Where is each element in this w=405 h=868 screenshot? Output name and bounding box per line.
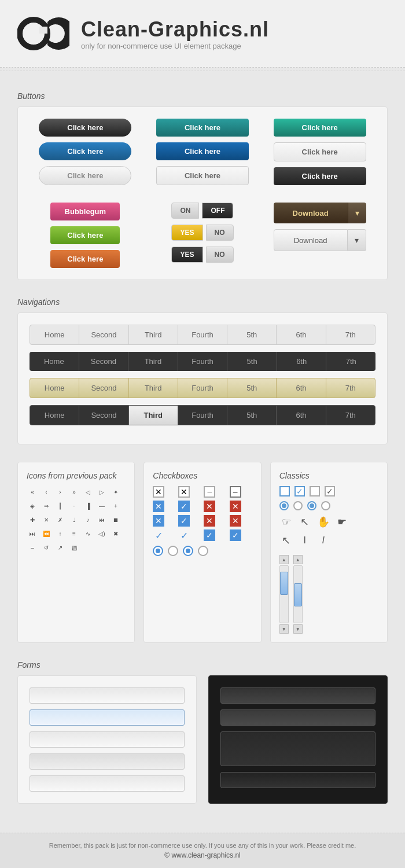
arrow-right-icon[interactable]: › <box>54 486 66 498</box>
click-here-blue-button[interactable]: Click here <box>39 142 131 160</box>
no-toggle-button-1[interactable]: NO <box>206 225 234 241</box>
arrow-tri-icon[interactable]: ⇒ <box>41 500 52 512</box>
on-toggle-button[interactable]: ON <box>171 203 199 219</box>
click-here-black-button[interactable]: Click here <box>39 119 131 137</box>
classic-cb-4[interactable]: ✓ <box>325 486 335 496</box>
radio-blue-checked[interactable] <box>153 546 163 556</box>
classic-cb-3[interactable] <box>310 486 320 496</box>
nav-cream-5th[interactable]: 5th <box>227 378 277 398</box>
arrow-diamond-icon[interactable]: ◈ <box>27 500 38 512</box>
click-here-outline-button[interactable]: Click here <box>39 166 131 185</box>
line-icon[interactable]: — <box>96 500 108 512</box>
arrow-left2-icon[interactable]: ◁ <box>82 486 94 498</box>
checkbox-x-blue-2[interactable]: ✕ <box>153 515 164 527</box>
arrow-double-right-icon[interactable]: » <box>68 486 80 498</box>
checkbox-check-blue-3[interactable]: ✓ <box>204 529 215 541</box>
stop-icon[interactable]: ⏹ <box>110 514 122 525</box>
nav-dark-second[interactable]: Second <box>79 352 129 371</box>
form-dark-input-1[interactable] <box>220 687 375 704</box>
checkbox-x-red-1[interactable]: ✕ <box>204 501 215 512</box>
nav-dark2-7th[interactable]: 7th <box>326 406 375 425</box>
checkbox-check-red-2[interactable]: ✕ <box>230 515 241 527</box>
click-here-outline3-button[interactable]: Click here <box>274 142 366 161</box>
checkbox-dark-1[interactable]: – <box>230 486 241 498</box>
plus2-icon[interactable]: ✚ <box>27 514 38 525</box>
checkbox-partial-1[interactable]: – <box>204 486 215 498</box>
nav-light-7th[interactable]: 7th <box>326 325 375 344</box>
x3-icon[interactable]: ✖ <box>110 528 122 539</box>
nav-cream-second[interactable]: Second <box>79 378 128 398</box>
download-dark-arrow-button[interactable]: ▾ <box>348 203 366 223</box>
click-here-blue2-button[interactable]: Click here <box>156 142 249 160</box>
prev-icon[interactable]: ⏮ <box>96 514 108 525</box>
form-light-input-3[interactable] <box>30 731 185 748</box>
radio-outline-1[interactable] <box>168 546 178 556</box>
classic-radio-2[interactable] <box>293 501 303 510</box>
click-here-orange-button[interactable]: Click here <box>50 250 120 268</box>
checkbox-x-blue-1[interactable]: ✕ <box>153 501 164 512</box>
nav-cream-7th[interactable]: 7th <box>326 378 375 398</box>
checkmark-blue-1[interactable]: ✓ <box>153 529 164 541</box>
classic-radio-4[interactable] <box>321 501 330 510</box>
no-toggle-button-2[interactable]: NO <box>206 247 234 263</box>
download-light-arrow-button[interactable]: ▾ <box>348 229 366 251</box>
prev2-icon[interactable]: ⏪ <box>41 528 52 539</box>
nav-cream-home[interactable]: Home <box>30 378 79 398</box>
play-icon[interactable]: ⏭ <box>27 528 38 539</box>
wave-icon[interactable]: ∿ <box>82 528 94 539</box>
nav-dark-home[interactable]: Home <box>30 352 79 371</box>
nav-dark2-second[interactable]: Second <box>79 406 128 425</box>
nav-cream-6th[interactable]: 6th <box>277 378 326 398</box>
nav-dark-5th[interactable]: 5th <box>227 352 277 371</box>
classic-radio-3[interactable] <box>307 501 316 510</box>
nav-dark2-third[interactable]: Third <box>129 406 178 425</box>
dot-icon[interactable]: · <box>68 500 80 512</box>
nav-dark2-6th[interactable]: 6th <box>277 406 326 425</box>
music-icon[interactable]: ♩ <box>68 514 80 525</box>
nav-dark2-home[interactable]: Home <box>30 406 79 425</box>
checkbox-outline-2[interactable]: ✕ <box>178 486 190 498</box>
form-light-input-2[interactable] <box>30 709 185 726</box>
form-dark-input-2[interactable] <box>220 709 375 726</box>
nav-dark-fourth[interactable]: Fourth <box>178 352 228 371</box>
reload-icon[interactable]: ↺ <box>41 542 52 553</box>
click-here-dark-button[interactable]: Click here <box>274 167 366 185</box>
checkbox-check-blue-4[interactable]: ✓ <box>230 529 241 541</box>
scroll-up-arrow[interactable]: ▲ <box>279 555 289 564</box>
arrow-double-left-icon[interactable]: « <box>27 486 38 498</box>
form-light-input-4[interactable] <box>30 753 185 770</box>
nav-cream-fourth[interactable]: Fourth <box>178 378 227 398</box>
classic-cb-1[interactable] <box>279 486 290 496</box>
arrow-right2-icon[interactable]: ▷ <box>96 486 108 498</box>
checkbox-check-red-1[interactable]: ✕ <box>230 501 241 512</box>
nav-dark2-fourth[interactable]: Fourth <box>178 406 227 425</box>
nav-dark-third[interactable]: Third <box>128 352 178 371</box>
scroll-up-arrow-2[interactable]: ▲ <box>293 555 303 564</box>
checkbox-outline-1[interactable]: ✕ <box>153 486 164 498</box>
download-dark-button[interactable]: Download <box>274 203 348 223</box>
bubblegum-button[interactable]: Bubblegum <box>50 203 120 220</box>
nav-dark-7th[interactable]: 7th <box>326 352 375 371</box>
nav-dark-6th[interactable]: 6th <box>277 352 327 371</box>
nav-light-third[interactable]: Third <box>129 325 178 344</box>
scroll-down-arrow-2[interactable]: ▼ <box>293 624 303 634</box>
nav-light-fourth[interactable]: Fourth <box>178 325 227 344</box>
form-light-input-1[interactable] <box>30 687 185 704</box>
click-here-teal2-button[interactable]: Click here <box>274 119 366 137</box>
up-icon[interactable]: ↑ <box>54 528 66 539</box>
vol-icon[interactable]: ◁) <box>96 528 108 539</box>
list-icon[interactable]: ≡ <box>68 528 80 539</box>
nav-light-home[interactable]: Home <box>30 325 79 344</box>
form-dark-textarea[interactable] <box>220 731 375 766</box>
nav-cream-third[interactable]: Third <box>129 378 178 398</box>
scroll-down-arrow[interactable]: ▼ <box>279 624 289 634</box>
click-here-green-button[interactable]: Click here <box>50 226 120 244</box>
checkbox-check-blue-2[interactable]: ✓ <box>178 515 190 527</box>
checkbox-check-blue-1[interactable]: ✓ <box>178 501 190 512</box>
checkbox-x-red-2[interactable]: ✕ <box>204 515 215 527</box>
arrow-diag-icon[interactable]: ↗ <box>54 542 66 553</box>
scroll-thumb-1[interactable] <box>280 572 288 595</box>
arrow-left-icon[interactable]: ‹ <box>41 486 52 498</box>
arrow-star-icon[interactable]: ✦ <box>110 486 122 498</box>
click-here-outline2-button[interactable]: Click here <box>156 166 249 185</box>
